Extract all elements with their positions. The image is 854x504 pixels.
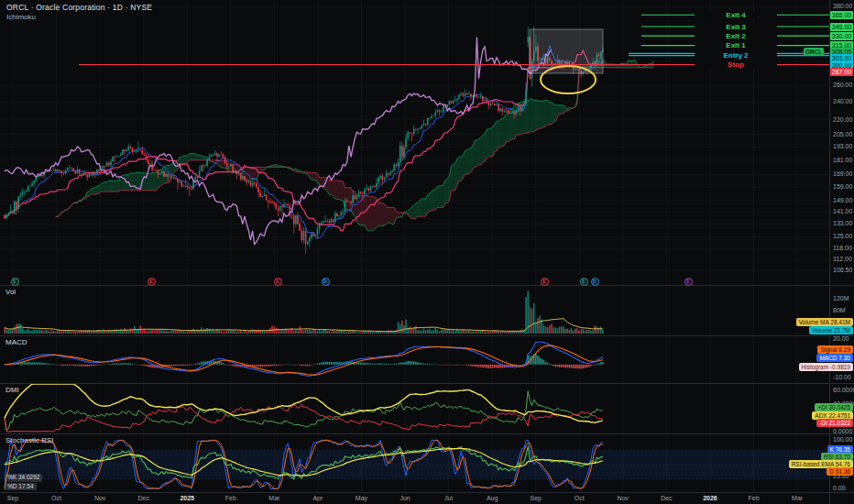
event-marker-earnings[interactable]: E: [148, 278, 156, 286]
event-marker-earnings[interactable]: E: [274, 278, 282, 286]
event-marker-earnings[interactable]: E: [11, 278, 19, 286]
kijun-line: [5, 50, 603, 231]
trading-chart-app: ORCL · Oracle Corporation · 1D · NYSE Ic…: [0, 0, 854, 504]
grid-lines: [0, 0, 829, 492]
minus-di-line: [5, 403, 603, 432]
event-marker-dividend[interactable]: D: [591, 278, 599, 286]
macd-line: [5, 342, 603, 376]
panel-separators: [0, 0, 854, 504]
signal-line: [5, 345, 603, 375]
event-marker-earnings[interactable]: E: [541, 278, 549, 286]
event-marker-earnings[interactable]: E: [580, 278, 588, 286]
event-marker-earnings[interactable]: E: [684, 278, 693, 286]
time-axis[interactable]: [0, 493, 854, 504]
price-axis[interactable]: [829, 0, 854, 493]
event-marker-dividend[interactable]: D: [322, 278, 330, 286]
chart-canvas[interactable]: [0, 0, 854, 504]
candlesticks: [4, 27, 603, 254]
volume-bars: [4, 290, 603, 334]
level-lines[interactable]: [79, 15, 829, 64]
volume-ma-line: [5, 319, 603, 332]
